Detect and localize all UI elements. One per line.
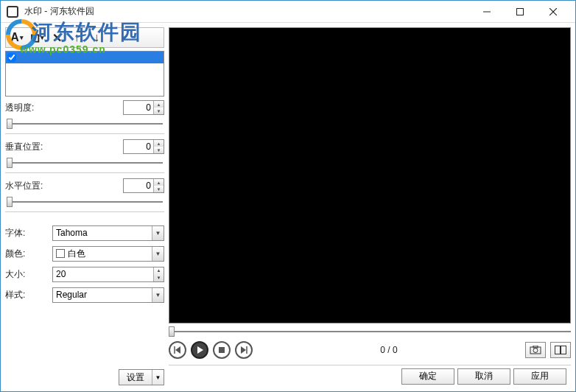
svg-marker-8 [241, 346, 246, 354]
spin-up-icon[interactable]: ▲ [154, 179, 164, 186]
style-label: 样式: [5, 289, 49, 301]
style-row: 样式: Regular ▼ [5, 286, 164, 304]
size-combo[interactable]: 20 ▲▼ [52, 267, 164, 282]
hpos-slider-row [5, 197, 164, 207]
vpos-slider[interactable] [7, 162, 163, 164]
svg-marker-6 [197, 346, 203, 354]
settings-row: 设置 ▼ [5, 369, 164, 387]
window-title: 水印 - 河东软件园 [24, 5, 470, 18]
color-value: 白色 [53, 248, 152, 260]
svg-rect-13 [555, 346, 561, 354]
settings-label: 设置 [119, 371, 152, 384]
opacity-slider[interactable] [7, 123, 163, 125]
vpos-slider-row [5, 158, 164, 168]
chevron-down-icon[interactable]: ▼ [152, 247, 164, 261]
settings-button[interactable]: 设置 ▼ [119, 369, 164, 385]
opacity-row: 透明度: 0 ▲▼ [5, 99, 164, 116]
slider-thumb[interactable] [7, 158, 13, 168]
timeline-row [169, 326, 571, 337]
hpos-spinner[interactable]: 0 ▲▼ [123, 178, 164, 193]
chevron-down-icon[interactable]: ▼ [152, 370, 164, 385]
spin-down-icon[interactable]: ▼ [154, 186, 164, 192]
ok-button[interactable]: 确定 [401, 368, 454, 385]
size-spinner[interactable]: ▲▼ [153, 267, 164, 281]
separator [5, 211, 164, 212]
size-row: 大小: 20 ▲▼ [5, 265, 164, 283]
font-label: 字体: [5, 227, 49, 239]
svg-rect-14 [561, 346, 566, 354]
separator [5, 172, 164, 173]
prev-frame-button[interactable] [169, 341, 186, 359]
opacity-value[interactable]: 0 [124, 101, 153, 114]
font-row: 字体: Tahoma ▼ [5, 224, 164, 242]
hpos-value[interactable]: 0 [124, 179, 153, 192]
timeline-slider[interactable] [169, 331, 571, 332]
vpos-label: 垂直位置: [5, 141, 43, 153]
preview-area [169, 27, 571, 323]
opacity-spinner[interactable]: 0 ▲▼ [123, 100, 164, 115]
color-label: 颜色: [5, 248, 49, 260]
vpos-row: 垂直位置: 0 ▲▼ [5, 139, 164, 155]
hpos-label: 水平位置: [5, 180, 43, 192]
content-area: A▾ ⊡▾ ✕ ↑ ↓ 透明度: 0 ▲▼ 垂直位置: 0 ▲▼ [1, 23, 575, 391]
svg-point-11 [533, 349, 538, 353]
style-combo[interactable]: Regular ▼ [52, 287, 164, 303]
close-button[interactable] [536, 1, 569, 22]
hpos-slider[interactable] [7, 201, 163, 203]
color-combo[interactable]: 白色 ▼ [52, 246, 164, 262]
font-value: Tahoma [53, 228, 152, 238]
spin-up-icon[interactable]: ▲ [154, 101, 164, 108]
dialog-footer: 确定 取消 应用 [169, 365, 571, 387]
slider-thumb[interactable] [169, 326, 175, 337]
left-panel: A▾ ⊡▾ ✕ ↑ ↓ 透明度: 0 ▲▼ 垂直位置: 0 ▲▼ [5, 27, 164, 387]
hpos-row: 水平位置: 0 ▲▼ [5, 178, 164, 194]
chevron-down-icon[interactable]: ▼ [152, 226, 164, 240]
color-row: 颜色: 白色 ▼ [5, 245, 164, 262]
size-label: 大小: [5, 268, 49, 281]
app-icon [7, 6, 18, 18]
compare-button[interactable] [550, 342, 571, 358]
opacity-label: 透明度: [5, 102, 34, 114]
right-panel: 0 / 0 确定 取消 应用 [169, 27, 571, 387]
font-combo[interactable]: Tahoma ▼ [52, 225, 164, 241]
spin-down-icon[interactable]: ▼ [154, 108, 164, 114]
next-frame-button[interactable] [235, 341, 253, 359]
svg-marker-5 [175, 346, 180, 354]
cancel-button[interactable]: 取消 [457, 368, 510, 385]
snapshot-button[interactable] [525, 342, 546, 358]
spin-down-icon[interactable]: ▼ [154, 147, 164, 153]
vpos-spinner[interactable]: 0 ▲▼ [123, 139, 164, 154]
play-button[interactable] [191, 341, 208, 359]
watermark-text: 河东软件园 [32, 18, 142, 46]
watermark-list[interactable] [5, 51, 164, 97]
spin-up-icon[interactable]: ▲ [154, 140, 164, 147]
chevron-down-icon[interactable]: ▼ [152, 288, 164, 302]
color-swatch [56, 249, 65, 258]
separator [5, 133, 164, 134]
player-controls: 0 / 0 [169, 340, 571, 360]
minimize-button[interactable] [470, 1, 503, 22]
stop-button[interactable] [213, 341, 231, 359]
style-value: Regular [53, 290, 152, 300]
frame-counter: 0 / 0 [257, 345, 521, 355]
slider-thumb[interactable] [7, 119, 13, 129]
opacity-slider-row [5, 119, 164, 129]
slider-thumb[interactable] [7, 197, 13, 207]
watermark-overlay: 河东软件园 www.pc0359.cn [2, 18, 142, 55]
size-value: 20 [53, 269, 153, 279]
vpos-value[interactable]: 0 [124, 140, 153, 153]
svg-rect-1 [516, 8, 523, 15]
apply-button[interactable]: 应用 [513, 368, 566, 385]
svg-rect-7 [219, 347, 225, 353]
maximize-button[interactable] [503, 1, 536, 22]
